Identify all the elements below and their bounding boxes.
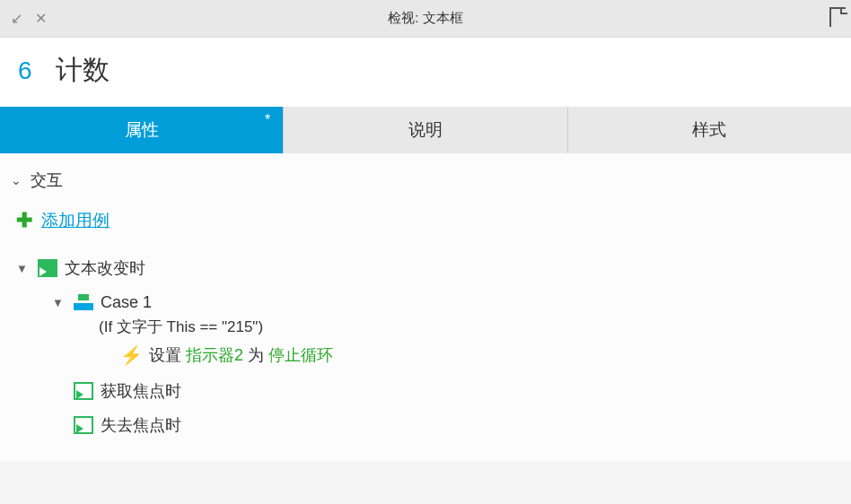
event-focus-gained[interactable]: 获取焦点时 [52, 378, 840, 404]
action-text: 设置 指示器2 为 停止循环 [149, 344, 333, 366]
tab-label: 样式 [692, 118, 726, 142]
plus-icon: ✚ [16, 209, 32, 232]
interactions-tree: ▼ 文本改变时 ▼ Case 1 (If 文字于 This == "215") … [16, 256, 840, 438]
header: 6 计数 [0, 38, 851, 107]
widget-number: 6 [18, 56, 32, 85]
event-icon [74, 416, 93, 434]
tabs: 属性 * 说明 样式 [0, 107, 851, 153]
action-target: 指示器2 [186, 346, 243, 364]
event-focus-lost[interactable]: 失去焦点时 [52, 413, 840, 438]
event-label: 文本改变时 [65, 257, 145, 279]
action-row[interactable]: ⚡ 设置 指示器2 为 停止循环 [120, 344, 840, 366]
action-value: 停止循环 [268, 346, 333, 364]
expand-triangle-icon[interactable]: ▼ [16, 262, 31, 275]
expand-triangle-icon[interactable]: ▼ [52, 296, 66, 309]
content-panel: ⌄ 交互 ✚ 添加用例 ▼ 文本改变时 ▼ Case 1 (If 文字于 Thi… [0, 153, 851, 461]
document-icon[interactable] [829, 7, 846, 27]
section-title: 交互 [31, 169, 63, 191]
case-condition: (If 文字于 This == "215") [99, 317, 840, 337]
event-icon [74, 382, 93, 400]
titlebar-controls: ↙ ✕ [0, 10, 47, 27]
case-node[interactable]: ▼ Case 1 (If 文字于 This == "215") ⚡ 设置 指示器… [52, 290, 840, 366]
event-label: 失去焦点时 [101, 414, 181, 436]
tab-style[interactable]: 样式 [568, 107, 851, 153]
chevron-down-icon: ⌄ [11, 173, 22, 187]
dirty-indicator: * [265, 112, 270, 128]
event-text-change[interactable]: ▼ 文本改变时 ▼ Case 1 (If 文字于 This == "215") … [16, 256, 840, 366]
add-case-button[interactable]: ✚ 添加用例 [16, 209, 840, 232]
tab-properties[interactable]: 属性 * [0, 107, 284, 153]
titlebar-right [829, 7, 846, 30]
tab-notes[interactable]: 说明 [284, 107, 567, 153]
widget-name[interactable]: 计数 [56, 52, 110, 89]
action-mid: 为 [243, 346, 268, 364]
close-icon[interactable]: ✕ [35, 10, 47, 27]
window-title: 检视: 文本框 [388, 10, 462, 27]
section-interactions[interactable]: ⌄ 交互 [11, 169, 840, 191]
bolt-icon: ⚡ [120, 344, 140, 366]
event-label: 获取焦点时 [101, 380, 181, 402]
case-icon [74, 294, 93, 310]
titlebar: ↙ ✕ 检视: 文本框 [0, 0, 851, 38]
action-prefix: 设置 [149, 346, 186, 364]
case-label: Case 1 [101, 293, 152, 312]
event-icon [38, 259, 57, 277]
add-case-label: 添加用例 [41, 209, 110, 232]
minimize-icon[interactable]: ↙ [11, 10, 22, 27]
tab-label: 属性 [125, 118, 159, 142]
tab-label: 说明 [408, 118, 443, 142]
